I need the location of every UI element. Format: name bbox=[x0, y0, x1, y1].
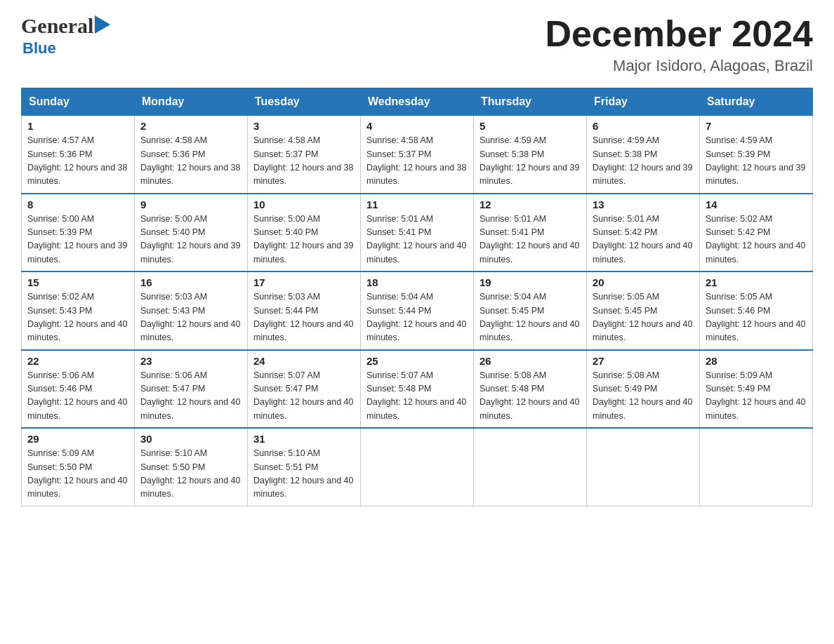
calendar-cell: 9Sunrise: 5:00 AMSunset: 5:40 PMDaylight… bbox=[135, 194, 248, 272]
day-number: 8 bbox=[27, 199, 128, 210]
day-info: Sunrise: 5:00 AMSunset: 5:40 PMDaylight:… bbox=[140, 213, 241, 267]
day-info: Sunrise: 5:06 AMSunset: 5:46 PMDaylight:… bbox=[27, 369, 128, 424]
calendar-week-5: 29Sunrise: 5:09 AMSunset: 5:50 PMDayligh… bbox=[22, 428, 813, 506]
day-number: 4 bbox=[366, 120, 468, 132]
day-info: Sunrise: 5:08 AMSunset: 5:49 PMDaylight:… bbox=[593, 369, 694, 424]
calendar-title: December 2024 bbox=[545, 14, 813, 54]
calendar-cell: 11Sunrise: 5:01 AMSunset: 5:41 PMDayligh… bbox=[361, 194, 474, 272]
calendar-cell: 26Sunrise: 5:08 AMSunset: 5:48 PMDayligh… bbox=[474, 350, 587, 429]
calendar-cell bbox=[700, 428, 813, 506]
day-number: 9 bbox=[140, 199, 241, 210]
day-info: Sunrise: 5:03 AMSunset: 5:44 PMDaylight:… bbox=[253, 290, 355, 345]
col-header-monday: Monday bbox=[135, 88, 248, 116]
day-number: 10 bbox=[253, 199, 355, 210]
col-header-wednesday: Wednesday bbox=[361, 88, 474, 116]
calendar-title-block: December 2024 Major Isidoro, Alagoas, Br… bbox=[545, 14, 813, 75]
day-number: 22 bbox=[27, 355, 128, 367]
day-info: Sunrise: 5:00 AMSunset: 5:40 PMDaylight:… bbox=[253, 213, 355, 267]
day-number: 17 bbox=[253, 276, 355, 288]
day-number: 11 bbox=[366, 199, 468, 210]
calendar-cell: 2Sunrise: 4:58 AMSunset: 5:36 PMDaylight… bbox=[135, 116, 248, 194]
calendar-cell: 4Sunrise: 4:58 AMSunset: 5:37 PMDaylight… bbox=[361, 116, 474, 194]
day-info: Sunrise: 5:07 AMSunset: 5:47 PMDaylight:… bbox=[253, 369, 355, 424]
calendar-cell: 17Sunrise: 5:03 AMSunset: 5:44 PMDayligh… bbox=[248, 271, 361, 350]
calendar-cell: 27Sunrise: 5:08 AMSunset: 5:49 PMDayligh… bbox=[587, 350, 700, 429]
day-number: 13 bbox=[593, 199, 694, 210]
day-number: 12 bbox=[479, 199, 581, 210]
calendar-cell: 13Sunrise: 5:01 AMSunset: 5:42 PMDayligh… bbox=[587, 194, 700, 272]
calendar-week-1: 1Sunrise: 4:57 AMSunset: 5:36 PMDaylight… bbox=[22, 116, 813, 194]
day-info: Sunrise: 5:01 AMSunset: 5:42 PMDaylight:… bbox=[593, 213, 694, 267]
day-info: Sunrise: 5:05 AMSunset: 5:45 PMDaylight:… bbox=[593, 290, 694, 345]
day-info: Sunrise: 4:59 AMSunset: 5:38 PMDaylight:… bbox=[593, 134, 694, 189]
logo-general-text: General bbox=[21, 14, 93, 38]
day-info: Sunrise: 5:05 AMSunset: 5:46 PMDaylight:… bbox=[706, 290, 807, 345]
calendar-cell: 1Sunrise: 4:57 AMSunset: 5:36 PMDaylight… bbox=[22, 116, 135, 194]
day-number: 2 bbox=[140, 120, 241, 132]
logo-flag-icon bbox=[95, 15, 110, 34]
day-info: Sunrise: 5:04 AMSunset: 5:44 PMDaylight:… bbox=[366, 290, 468, 345]
day-info: Sunrise: 5:04 AMSunset: 5:45 PMDaylight:… bbox=[479, 290, 581, 345]
calendar-cell bbox=[361, 428, 474, 506]
day-number: 24 bbox=[253, 355, 355, 367]
calendar-cell: 7Sunrise: 4:59 AMSunset: 5:39 PMDaylight… bbox=[700, 116, 813, 194]
day-number: 21 bbox=[706, 276, 807, 288]
calendar-cell: 12Sunrise: 5:01 AMSunset: 5:41 PMDayligh… bbox=[474, 194, 587, 272]
day-info: Sunrise: 5:03 AMSunset: 5:43 PMDaylight:… bbox=[140, 290, 241, 345]
page-header: General Blue December 2024 Major Isidoro… bbox=[21, 14, 813, 75]
calendar-cell: 10Sunrise: 5:00 AMSunset: 5:40 PMDayligh… bbox=[248, 194, 361, 272]
day-info: Sunrise: 5:02 AMSunset: 5:42 PMDaylight:… bbox=[706, 213, 807, 267]
col-header-friday: Friday bbox=[587, 88, 700, 116]
day-number: 19 bbox=[479, 276, 581, 288]
calendar-cell: 28Sunrise: 5:09 AMSunset: 5:49 PMDayligh… bbox=[700, 350, 813, 429]
day-number: 18 bbox=[366, 276, 468, 288]
svg-marker-0 bbox=[95, 15, 110, 34]
col-header-tuesday: Tuesday bbox=[248, 88, 361, 116]
day-info: Sunrise: 5:10 AMSunset: 5:51 PMDaylight:… bbox=[253, 447, 355, 502]
day-number: 20 bbox=[593, 276, 694, 288]
day-info: Sunrise: 5:09 AMSunset: 5:50 PMDaylight:… bbox=[27, 447, 128, 502]
day-number: 25 bbox=[366, 355, 468, 367]
calendar-cell: 18Sunrise: 5:04 AMSunset: 5:44 PMDayligh… bbox=[361, 271, 474, 350]
calendar-cell: 20Sunrise: 5:05 AMSunset: 5:45 PMDayligh… bbox=[587, 271, 700, 350]
col-header-sunday: Sunday bbox=[22, 88, 135, 116]
calendar-cell: 19Sunrise: 5:04 AMSunset: 5:45 PMDayligh… bbox=[474, 271, 587, 350]
day-info: Sunrise: 5:02 AMSunset: 5:43 PMDaylight:… bbox=[27, 290, 128, 345]
calendar-cell: 25Sunrise: 5:07 AMSunset: 5:48 PMDayligh… bbox=[361, 350, 474, 429]
calendar-cell: 15Sunrise: 5:02 AMSunset: 5:43 PMDayligh… bbox=[22, 271, 135, 350]
calendar-cell: 21Sunrise: 5:05 AMSunset: 5:46 PMDayligh… bbox=[700, 271, 813, 350]
day-number: 26 bbox=[479, 355, 581, 367]
day-info: Sunrise: 4:58 AMSunset: 5:36 PMDaylight:… bbox=[140, 134, 241, 189]
col-header-saturday: Saturday bbox=[700, 88, 813, 116]
calendar-cell: 30Sunrise: 5:10 AMSunset: 5:50 PMDayligh… bbox=[135, 428, 248, 506]
calendar-week-3: 15Sunrise: 5:02 AMSunset: 5:43 PMDayligh… bbox=[22, 271, 813, 350]
calendar-cell: 6Sunrise: 4:59 AMSunset: 5:38 PMDaylight… bbox=[587, 116, 700, 194]
day-number: 5 bbox=[479, 120, 581, 132]
calendar-header-row: SundayMondayTuesdayWednesdayThursdayFrid… bbox=[22, 88, 813, 116]
col-header-thursday: Thursday bbox=[474, 88, 587, 116]
day-number: 16 bbox=[140, 276, 241, 288]
day-info: Sunrise: 4:57 AMSunset: 5:36 PMDaylight:… bbox=[27, 134, 128, 189]
day-info: Sunrise: 5:01 AMSunset: 5:41 PMDaylight:… bbox=[366, 213, 468, 267]
day-info: Sunrise: 4:58 AMSunset: 5:37 PMDaylight:… bbox=[253, 134, 355, 189]
day-info: Sunrise: 5:06 AMSunset: 5:47 PMDaylight:… bbox=[140, 369, 241, 424]
day-number: 28 bbox=[706, 355, 807, 367]
calendar-cell: 22Sunrise: 5:06 AMSunset: 5:46 PMDayligh… bbox=[22, 350, 135, 429]
day-info: Sunrise: 5:01 AMSunset: 5:41 PMDaylight:… bbox=[479, 213, 581, 267]
day-number: 23 bbox=[140, 355, 241, 367]
calendar-cell bbox=[587, 428, 700, 506]
day-info: Sunrise: 4:59 AMSunset: 5:38 PMDaylight:… bbox=[479, 134, 581, 189]
day-number: 30 bbox=[140, 433, 241, 445]
day-info: Sunrise: 4:58 AMSunset: 5:37 PMDaylight:… bbox=[366, 134, 468, 189]
day-info: Sunrise: 4:59 AMSunset: 5:39 PMDaylight:… bbox=[706, 134, 807, 189]
calendar-cell: 8Sunrise: 5:00 AMSunset: 5:39 PMDaylight… bbox=[22, 194, 135, 272]
day-number: 27 bbox=[593, 355, 694, 367]
day-number: 7 bbox=[706, 120, 807, 132]
calendar-table: SundayMondayTuesdayWednesdayThursdayFrid… bbox=[21, 88, 813, 507]
day-number: 3 bbox=[253, 120, 355, 132]
day-number: 6 bbox=[593, 120, 694, 132]
calendar-cell: 23Sunrise: 5:06 AMSunset: 5:47 PMDayligh… bbox=[135, 350, 248, 429]
logo: General Blue bbox=[21, 14, 110, 58]
logo-blue-text: Blue bbox=[21, 39, 56, 58]
day-info: Sunrise: 5:08 AMSunset: 5:48 PMDaylight:… bbox=[479, 369, 581, 424]
